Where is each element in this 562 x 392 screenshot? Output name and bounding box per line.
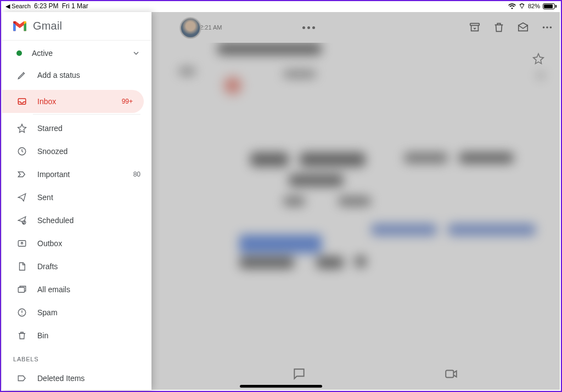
nav-snoozed[interactable]: Snoozed: [2, 140, 151, 163]
nav-important[interactable]: Important 80: [2, 163, 151, 186]
wifi-icon: [508, 3, 516, 9]
star-icon: [16, 123, 27, 134]
clock-icon: [16, 146, 27, 157]
app-title: Gmail: [33, 20, 62, 32]
presence-label: Active: [32, 49, 53, 58]
account-avatar[interactable]: [180, 18, 201, 38]
battery-icon: [543, 3, 557, 9]
drag-handle-icon: [302, 26, 315, 29]
svg-point-1: [543, 26, 545, 29]
drafts-icon: [16, 261, 27, 272]
labels-header: LABELS: [2, 347, 151, 367]
chevron-down-icon: [132, 49, 140, 58]
label-deleted-items[interactable]: Deleted Items: [2, 367, 151, 390]
ios-status-bar: ◀ Search 6:23 PM Fri 1 Mar 82%: [1, 1, 561, 11]
meet-icon[interactable]: [444, 367, 458, 381]
message-toolbar: 12:21 AM: [151, 12, 560, 43]
navigation-drawer: Gmail Active Add a status Inbox: [2, 12, 151, 390]
spam-icon: [16, 307, 27, 318]
nav-bin[interactable]: Bin: [2, 324, 151, 347]
more-icon[interactable]: [541, 21, 553, 33]
important-icon: [16, 169, 27, 180]
sent-icon: [16, 192, 27, 203]
bin-icon: [16, 330, 27, 341]
battery-percent: 82%: [528, 3, 540, 9]
drawer-header: Gmail: [2, 12, 151, 40]
nav-inbox[interactable]: Inbox 99+: [2, 90, 144, 113]
status-bar-time: 6:23 PM: [34, 2, 59, 10]
nav-starred[interactable]: Starred: [2, 117, 151, 140]
blurred-message-body: [151, 43, 560, 357]
back-to-app[interactable]: ◀ Search: [5, 3, 31, 10]
presence-status-row[interactable]: Active: [2, 43, 151, 64]
svg-point-2: [546, 26, 548, 29]
nav-all-emails[interactable]: All emails: [2, 278, 151, 301]
outbox-icon: [16, 238, 27, 249]
gmail-logo-icon: [12, 20, 27, 32]
inbox-icon: [16, 96, 27, 107]
archive-icon[interactable]: [469, 21, 481, 33]
nav-drafts[interactable]: Drafts: [2, 255, 151, 278]
pencil-icon: [16, 70, 27, 81]
presence-dot-icon: [16, 50, 22, 56]
location-icon: [519, 3, 525, 9]
svg-point-3: [550, 26, 552, 29]
nav-scheduled[interactable]: Scheduled: [2, 209, 151, 232]
mark-unread-icon[interactable]: [517, 21, 529, 33]
add-status-row[interactable]: Add a status: [2, 64, 151, 87]
background-content: 12:21 AM: [151, 12, 560, 390]
scheduled-icon: [16, 215, 27, 226]
home-indicator[interactable]: [240, 385, 322, 388]
chat-icon[interactable]: [292, 367, 306, 381]
trash-icon[interactable]: [493, 21, 505, 33]
nav-sent[interactable]: Sent: [2, 186, 151, 209]
svg-rect-4: [446, 371, 453, 378]
app-frame: ◀ Search 6:23 PM Fri 1 Mar 82% 12:21 AM: [0, 0, 562, 392]
nav-spam[interactable]: Spam: [2, 301, 151, 324]
svg-rect-0: [470, 24, 480, 26]
nav-outbox[interactable]: Outbox: [2, 232, 151, 255]
bottom-nav: [151, 358, 560, 390]
svg-rect-9: [18, 287, 24, 292]
label-icon: [16, 373, 27, 384]
all-mail-icon: [16, 284, 27, 295]
status-bar-date: Fri 1 Mar: [62, 2, 88, 10]
